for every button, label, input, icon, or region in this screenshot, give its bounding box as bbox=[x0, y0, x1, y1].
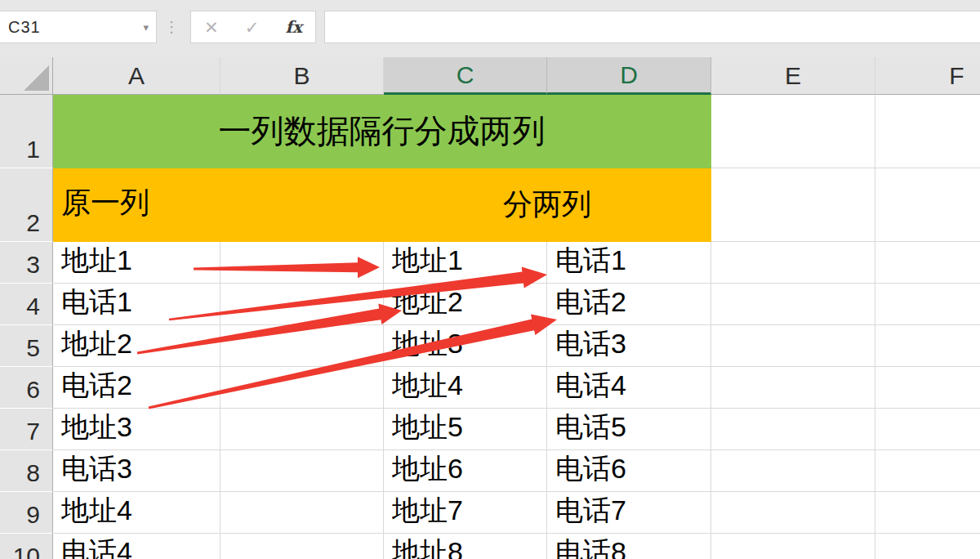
cell-E3[interactable] bbox=[711, 242, 875, 284]
cell-F3[interactable] bbox=[875, 242, 980, 284]
column-header-D[interactable]: D bbox=[547, 57, 711, 95]
cell-C8[interactable]: 地址6 bbox=[384, 450, 547, 492]
cell-B9[interactable] bbox=[220, 492, 384, 534]
cell-E2[interactable] bbox=[711, 168, 875, 242]
cell-C4[interactable]: 地址2 bbox=[384, 284, 547, 325]
worksheet: ABCDEF 1一列数据隔行分成两列2原一列分两列3地址1地址1电话14电话1地… bbox=[0, 57, 980, 559]
cell-F6[interactable] bbox=[875, 367, 980, 409]
select-all-triangle-icon bbox=[24, 65, 49, 91]
cell-A10[interactable]: 电话4 bbox=[53, 534, 220, 559]
cell-A5[interactable]: 地址2 bbox=[53, 325, 220, 367]
cell-C10[interactable]: 地址8 bbox=[384, 534, 547, 559]
row-header-9[interactable]: 9 bbox=[0, 492, 53, 534]
row-header-5[interactable]: 5 bbox=[0, 325, 53, 367]
row-header-10[interactable]: 10 bbox=[0, 534, 53, 559]
column-header-C[interactable]: C bbox=[384, 57, 547, 95]
cell-C2-D2-merged[interactable]: 分两列 bbox=[384, 168, 711, 242]
cell-A3[interactable]: 地址1 bbox=[53, 242, 220, 284]
confirm-icon[interactable]: ✓ bbox=[245, 19, 260, 36]
cell-F2[interactable] bbox=[875, 168, 980, 242]
cell-C7[interactable]: 地址5 bbox=[384, 409, 547, 450]
column-header-A[interactable]: A bbox=[53, 57, 220, 95]
sheet-row: 4电话1地址2电话2 bbox=[0, 284, 980, 325]
formula-bar[interactable] bbox=[324, 11, 980, 43]
cell-D3[interactable]: 电话1 bbox=[547, 242, 711, 284]
cell-E7[interactable] bbox=[711, 409, 875, 450]
cell-E1[interactable] bbox=[711, 95, 875, 168]
cell-C9[interactable]: 地址7 bbox=[384, 492, 547, 534]
sheet-row: 2原一列分两列 bbox=[0, 168, 980, 242]
column-header-E[interactable]: E bbox=[711, 57, 875, 95]
cell-B5[interactable] bbox=[220, 325, 384, 367]
cell-E6[interactable] bbox=[711, 367, 875, 409]
toolbar-separator-dots-icon: ⋮ bbox=[163, 11, 180, 43]
cell-D6[interactable]: 电话4 bbox=[547, 367, 711, 409]
cell-B4[interactable] bbox=[220, 284, 384, 325]
sheet-row: 10电话4地址8电话8 bbox=[0, 534, 980, 559]
formula-toolbar: C31 ▾ ⋮ ✕ ✓ fx bbox=[0, 0, 980, 57]
sheet-row: 3地址1地址1电话1 bbox=[0, 242, 980, 284]
excel-window: { "toolbar": { "name_box_value": "C31", … bbox=[0, 0, 980, 559]
cell-A4[interactable]: 电话1 bbox=[53, 284, 220, 325]
column-header-row: ABCDEF bbox=[0, 57, 980, 95]
cell-F10[interactable] bbox=[875, 534, 980, 559]
sheet-row: 1一列数据隔行分成两列 bbox=[0, 95, 980, 168]
sheet-row: 7地址3地址5电话5 bbox=[0, 409, 980, 450]
cell-F9[interactable] bbox=[875, 492, 980, 534]
cell-D9[interactable]: 电话7 bbox=[547, 492, 711, 534]
cell-A8[interactable]: 电话3 bbox=[53, 450, 220, 492]
cell-D10[interactable]: 电话8 bbox=[547, 534, 711, 559]
cell-A2-B2-merged[interactable]: 原一列 bbox=[53, 168, 384, 242]
cell-A7[interactable]: 地址3 bbox=[53, 409, 220, 450]
row-header-7[interactable]: 7 bbox=[0, 409, 53, 450]
insert-function-icon[interactable]: fx bbox=[285, 19, 302, 35]
grid-body: 1一列数据隔行分成两列2原一列分两列3地址1地址1电话14电话1地址2电话25地… bbox=[0, 95, 980, 559]
cell-B7[interactable] bbox=[220, 409, 384, 450]
cell-F4[interactable] bbox=[875, 284, 980, 325]
row-header-8[interactable]: 8 bbox=[0, 450, 53, 492]
cell-D7[interactable]: 电话5 bbox=[547, 409, 711, 450]
cell-F8[interactable] bbox=[875, 450, 980, 492]
row-header-3[interactable]: 3 bbox=[0, 242, 53, 284]
column-header-B[interactable]: B bbox=[220, 57, 384, 95]
cell-A1-D1-merged-title[interactable]: 一列数据隔行分成两列 bbox=[53, 95, 711, 168]
sheet-row: 8电话3地址6电话6 bbox=[0, 450, 980, 492]
cell-A9[interactable]: 地址4 bbox=[53, 492, 220, 534]
sheet-row: 6电话2地址4电话4 bbox=[0, 367, 980, 409]
cell-B10[interactable] bbox=[220, 534, 384, 559]
column-header-F[interactable]: F bbox=[875, 57, 980, 95]
name-box-dropdown-icon[interactable]: ▾ bbox=[143, 21, 156, 34]
cell-D4[interactable]: 电话2 bbox=[547, 284, 711, 325]
cell-E5[interactable] bbox=[711, 325, 875, 367]
name-box[interactable]: C31 ▾ bbox=[0, 11, 157, 43]
cell-B3[interactable] bbox=[220, 242, 384, 284]
row-header-1[interactable]: 1 bbox=[0, 95, 53, 168]
cell-F5[interactable] bbox=[875, 325, 980, 367]
cell-B8[interactable] bbox=[220, 450, 384, 492]
cell-F1[interactable] bbox=[875, 95, 980, 168]
cell-E4[interactable] bbox=[711, 284, 875, 325]
row-header-4[interactable]: 4 bbox=[0, 284, 53, 325]
cell-D5[interactable]: 电话3 bbox=[547, 325, 711, 367]
row-header-6[interactable]: 6 bbox=[0, 367, 53, 409]
cell-C6[interactable]: 地址4 bbox=[384, 367, 547, 409]
cell-F7[interactable] bbox=[875, 409, 980, 450]
formula-button-group: ✕ ✓ fx bbox=[190, 11, 316, 43]
sheet-row: 5地址2地址3电话3 bbox=[0, 325, 980, 367]
sheet-row: 9地址4地址7电话7 bbox=[0, 492, 980, 534]
name-box-value: C31 bbox=[0, 18, 143, 37]
cell-D8[interactable]: 电话6 bbox=[547, 450, 711, 492]
cell-C5[interactable]: 地址3 bbox=[384, 325, 547, 367]
cell-B6[interactable] bbox=[220, 367, 384, 409]
cancel-icon[interactable]: ✕ bbox=[204, 19, 219, 36]
select-all-corner[interactable] bbox=[0, 57, 53, 95]
cell-E9[interactable] bbox=[711, 492, 875, 534]
cell-E10[interactable] bbox=[711, 534, 875, 559]
row-header-2[interactable]: 2 bbox=[0, 168, 53, 242]
cell-C3[interactable]: 地址1 bbox=[384, 242, 547, 284]
cell-A6[interactable]: 电话2 bbox=[53, 367, 220, 409]
cell-E8[interactable] bbox=[711, 450, 875, 492]
